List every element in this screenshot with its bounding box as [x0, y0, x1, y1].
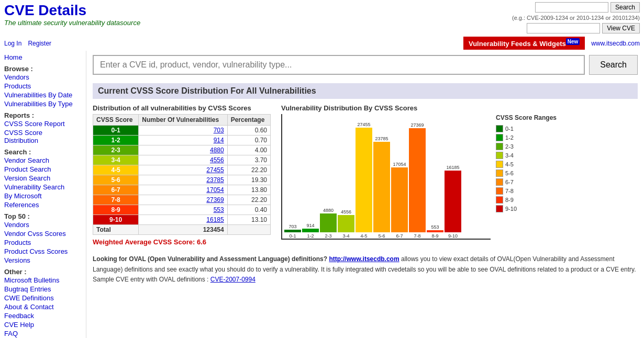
- legend-item: 3-4: [496, 152, 557, 159]
- legend-item: 4-5: [496, 161, 557, 168]
- legend-item: 7-8: [496, 187, 557, 195]
- bar-rect: [445, 171, 461, 232]
- register-link[interactable]: Register: [28, 40, 51, 47]
- oval-text: Looking for OVAL (Open Vulnerability and…: [93, 254, 638, 274]
- sidebar-item-cvss-dist[interactable]: CVSS ScoreDistribution: [4, 128, 82, 145]
- sidebar-item-cwe[interactable]: CWE Definitions: [4, 294, 82, 302]
- bar-value-label: 553: [431, 224, 439, 230]
- sidebar-item-top50-vendors[interactable]: Vendors: [4, 220, 82, 229]
- legend-label: 8-9: [505, 197, 514, 203]
- pct-cell: 22.20: [227, 165, 270, 175]
- top-search-input[interactable]: [535, 2, 608, 13]
- legend-item: 0-1: [496, 125, 557, 132]
- count-link[interactable]: 17054: [206, 186, 224, 194]
- bar-label: 7-8: [414, 233, 420, 239]
- bar-label: 2-3: [325, 233, 331, 239]
- bar-label: 5-6: [378, 233, 385, 239]
- top-cve-input[interactable]: [527, 23, 600, 33]
- legend-item: 1-2: [496, 134, 557, 141]
- count-link[interactable]: 4556: [210, 156, 224, 164]
- legend-item: 2-3: [496, 143, 557, 150]
- count-link[interactable]: 703: [214, 127, 224, 134]
- main-search-button[interactable]: Search: [589, 55, 638, 75]
- itsecdb-link[interactable]: www.itsecdb.com: [591, 40, 640, 47]
- view-cve-button[interactable]: View CVE: [602, 23, 640, 33]
- top-search-button[interactable]: Search: [610, 2, 640, 13]
- score-cell: 2-3: [93, 145, 139, 155]
- sidebar-item-top50-product-cvss[interactable]: Product Cvss Scores: [4, 247, 82, 256]
- count-link[interactable]: 16185: [206, 216, 224, 223]
- count-link[interactable]: 27455: [206, 166, 224, 174]
- chart-legend: CVSS Score Ranges 0-11-22-33-44-55-66-77…: [496, 114, 557, 240]
- count-cell: 914: [139, 136, 227, 145]
- sidebar-item-references[interactable]: References: [4, 200, 82, 209]
- sidebar-item-product-search[interactable]: Product Search: [4, 165, 82, 174]
- itsecdb-oval-link[interactable]: http://www.itsecdb.com: [329, 255, 399, 263]
- sidebar-item-version-search[interactable]: Version Search: [4, 174, 82, 183]
- legend-color-box: [496, 178, 503, 186]
- sidebar-item-about[interactable]: About & Contact: [4, 302, 82, 311]
- sidebar-item-home[interactable]: Home: [4, 53, 82, 62]
- table-row: 4-52745522.20: [93, 165, 271, 175]
- bar-label: 0-1: [289, 233, 296, 239]
- legend-color-box: [496, 161, 503, 168]
- bar-group: 274554-5: [356, 122, 372, 239]
- count-link[interactable]: 27369: [206, 196, 224, 204]
- sidebar-item-vendors[interactable]: Vendors: [4, 73, 82, 82]
- sidebar-reports-label: Reports :: [4, 111, 82, 119]
- sidebar-item-bugtraq[interactable]: Bugtraq Entries: [4, 285, 82, 294]
- legend-item: 8-9: [496, 196, 557, 204]
- bar-rect: [320, 213, 337, 232]
- sidebar-item-ms-bulletins[interactable]: Microsoft Bulletins: [4, 276, 82, 285]
- chart-wrap: 7030-19141-248802-345563-4274554-5237855…: [281, 114, 638, 240]
- sidebar-item-vuln-by-date[interactable]: Vulnerabilities By Date: [4, 91, 82, 99]
- table-row: 9-101618513.10: [93, 215, 271, 225]
- sidebar-item-vendor-search[interactable]: Vendor Search: [4, 156, 82, 165]
- sidebar-item-feedback[interactable]: Feedback: [4, 311, 82, 320]
- top-cve-row: View CVE: [527, 23, 640, 33]
- sidebar-item-cvss-report[interactable]: CVSS Score Report: [4, 119, 82, 128]
- score-cell: 5-6: [93, 175, 139, 185]
- bar-label: 1-2: [307, 233, 314, 239]
- bar-chart: 7030-19141-248802-345563-4274554-5237855…: [281, 114, 491, 240]
- sidebar-item-by-microsoft[interactable]: By Microsoft: [4, 191, 82, 200]
- pct-cell: 0.40: [227, 205, 270, 215]
- count-link[interactable]: 4880: [210, 147, 224, 154]
- count-cell: 23785: [139, 175, 227, 185]
- vuln-feeds-button[interactable]: Vulnerability Feeds & WidgetsNew: [463, 37, 585, 50]
- sidebar-item-cve-help[interactable]: CVE Help: [4, 320, 82, 329]
- pct-cell: 19.30: [227, 175, 270, 185]
- sidebar-item-top50-versions[interactable]: Versions: [4, 256, 82, 265]
- legend-color-box: [496, 205, 503, 212]
- legend-color-box: [496, 143, 503, 150]
- bar-value-label: 4880: [323, 208, 334, 213]
- login-bar: Log In Register Vulnerability Feeds & Wi…: [0, 36, 644, 51]
- legend-label: 7-8: [505, 188, 514, 194]
- sidebar-top50-label: Top 50 :: [4, 212, 82, 220]
- count-link[interactable]: 914: [214, 137, 224, 144]
- sidebar-item-products[interactable]: Products: [4, 82, 82, 91]
- total-pct: [227, 225, 270, 235]
- col-num-vuln: Number Of Vulnerabilities: [139, 115, 227, 126]
- sidebar-item-vuln-by-type[interactable]: Vulnerabilities By Type: [4, 99, 82, 108]
- bar-rect: [356, 128, 372, 232]
- bar-rect: [338, 215, 354, 232]
- top-search-area: Search (e.g.: CVE-2009-1234 or 2010-1234…: [512, 2, 640, 33]
- count-link[interactable]: 553: [214, 206, 224, 213]
- sidebar-browse-label: Browse :: [4, 65, 82, 73]
- sidebar-item-faq[interactable]: FAQ: [4, 329, 82, 338]
- table-row: 0-17030.60: [93, 126, 271, 136]
- sidebar-item-vuln-search[interactable]: Vulnerability Search: [4, 183, 82, 191]
- sidebar-item-top50-products[interactable]: Products: [4, 238, 82, 247]
- bar-rect: [302, 229, 319, 232]
- legend-label: 6-7: [505, 179, 514, 185]
- bar-rect: [373, 142, 390, 232]
- top-search-row1: Search: [535, 2, 640, 13]
- count-link[interactable]: 23785: [206, 176, 224, 184]
- pct-cell: 4.00: [227, 145, 270, 155]
- oval-sample-link[interactable]: CVE-2007-0994: [210, 276, 256, 283]
- score-cell: 4-5: [93, 165, 139, 175]
- sidebar-item-top50-vendor-cvss[interactable]: Vendor Cvss Scores: [4, 229, 82, 238]
- login-link[interactable]: Log In: [4, 40, 21, 47]
- main-search-input[interactable]: [93, 55, 585, 75]
